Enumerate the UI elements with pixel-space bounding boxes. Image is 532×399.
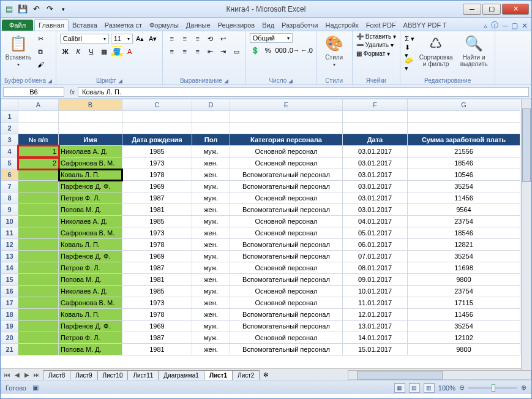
cell[interactable]: Коваль Л. П.: [59, 309, 122, 321]
format-cells-button[interactable]: ▦Формат ▾: [356, 50, 396, 57]
align-left-icon[interactable]: ≡: [167, 46, 178, 57]
cell[interactable]: муж.: [192, 181, 230, 192]
row-header-6[interactable]: 6: [1, 169, 18, 181]
sheet-tab-Лист2[interactable]: Лист2: [232, 370, 260, 380]
cell[interactable]: 35254: [408, 321, 520, 332]
cell[interactable]: Попова М. Д.: [59, 274, 122, 286]
cell[interactable]: 12102: [408, 332, 520, 344]
cell[interactable]: 1981: [122, 274, 192, 286]
sort-filter-button[interactable]: ♺ Сортировка и фильтр: [418, 33, 454, 69]
table-header[interactable]: Дата: [343, 134, 408, 146]
cell[interactable]: Петров Ф. Л.: [59, 262, 122, 274]
tab-view[interactable]: Вид: [258, 20, 278, 31]
row-header-16[interactable]: 16: [1, 286, 18, 297]
select-all-corner[interactable]: [1, 99, 18, 111]
cell[interactable]: [18, 123, 59, 134]
cell[interactable]: [192, 111, 230, 123]
undo-icon[interactable]: ↶: [30, 3, 42, 15]
cell[interactable]: 04.01.2017: [343, 216, 408, 227]
row-header-13[interactable]: 13: [1, 251, 18, 262]
cell[interactable]: Николаев А. Д.: [59, 286, 122, 297]
cell[interactable]: 07.01.2017: [343, 251, 408, 262]
cell[interactable]: Основной персонал: [230, 332, 343, 344]
cell[interactable]: [18, 274, 59, 286]
formula-input[interactable]: Коваль Л. П.: [78, 87, 529, 97]
tab-addins[interactable]: Надстройк: [321, 20, 362, 31]
cell[interactable]: Основной персонал: [230, 227, 343, 239]
row-header-12[interactable]: 12: [1, 239, 18, 251]
cell[interactable]: муж.: [192, 216, 230, 227]
cell[interactable]: 23754: [408, 286, 520, 297]
tab-insert[interactable]: Вставка: [69, 20, 101, 31]
cell[interactable]: Вспомогательный персонал: [230, 251, 343, 262]
row-header-3[interactable]: 3: [1, 134, 18, 146]
sheet-tab-Лист9[interactable]: Лист9: [70, 370, 97, 380]
minimize-button[interactable]: ─: [463, 4, 481, 15]
font-size-combo[interactable]: 11▾: [111, 34, 133, 44]
cell[interactable]: [18, 181, 59, 192]
orientation-icon[interactable]: ⟲: [205, 33, 216, 44]
worksheet-grid[interactable]: ABCDEFG123№ п/пИмяДата рожденияПолКатего…: [1, 99, 531, 368]
currency-icon[interactable]: 💲: [250, 45, 261, 56]
tab-file[interactable]: Файл: [2, 20, 33, 31]
table-header[interactable]: № п/п: [18, 134, 59, 146]
table-header[interactable]: Категория персонала: [230, 134, 343, 146]
cell[interactable]: 18546: [408, 227, 520, 239]
cell[interactable]: жен.: [192, 158, 230, 169]
cell[interactable]: 06.01.2017: [343, 239, 408, 251]
workbook-close-icon[interactable]: ✕: [522, 21, 528, 30]
row-header-11[interactable]: 11: [1, 227, 18, 239]
number-launcher-icon[interactable]: ◢: [288, 78, 293, 84]
sheet-nav-next-icon[interactable]: ▶: [23, 371, 31, 378]
minimize-ribbon-icon[interactable]: ▵: [484, 21, 487, 30]
autosum-icon[interactable]: Σ ▾: [404, 33, 415, 44]
cell[interactable]: 05.01.2017: [343, 227, 408, 239]
fill-icon[interactable]: ⬇ ▾: [404, 46, 415, 57]
cell[interactable]: 03.01.2017: [343, 169, 408, 181]
cell[interactable]: жен.: [192, 169, 230, 181]
cell[interactable]: 1981: [122, 204, 192, 216]
cell[interactable]: Сафронова В. М.: [59, 297, 122, 309]
cell[interactable]: муж.: [192, 286, 230, 297]
horizontal-scrollbar[interactable]: [348, 370, 531, 380]
cell[interactable]: Основной персонал: [230, 158, 343, 169]
tab-formulas[interactable]: Формулы: [146, 20, 182, 31]
cell[interactable]: 1973: [122, 227, 192, 239]
align-top-icon[interactable]: ≡: [167, 33, 178, 44]
cell[interactable]: жен.: [192, 274, 230, 286]
cell[interactable]: [343, 123, 408, 134]
decrease-decimal-icon[interactable]: ←.0: [301, 45, 312, 56]
tab-foxit[interactable]: Foxit PDF: [362, 20, 400, 31]
align-middle-icon[interactable]: ≡: [179, 33, 190, 44]
cell[interactable]: 03.01.2017: [343, 204, 408, 216]
merge-icon[interactable]: ▭: [231, 46, 242, 57]
cell[interactable]: [343, 111, 408, 123]
cell[interactable]: жен.: [192, 344, 230, 355]
table-header[interactable]: Имя: [59, 134, 122, 146]
view-layout-icon[interactable]: ▤: [409, 383, 420, 393]
cell[interactable]: Вспомогательный персонал: [230, 204, 343, 216]
cell[interactable]: 03.01.2017: [343, 192, 408, 204]
italic-button[interactable]: К: [73, 46, 84, 57]
cell[interactable]: 10546: [408, 169, 520, 181]
cell[interactable]: 1969: [122, 251, 192, 262]
comma-icon[interactable]: 000: [275, 45, 287, 56]
zoom-in-icon[interactable]: ⊕: [521, 384, 526, 392]
row-header-4[interactable]: 4: [1, 146, 18, 158]
cell[interactable]: жен.: [192, 227, 230, 239]
percent-icon[interactable]: %: [263, 45, 274, 56]
cell[interactable]: 1973: [122, 158, 192, 169]
tab-data[interactable]: Данные: [182, 20, 214, 31]
cell[interactable]: [18, 344, 59, 355]
view-normal-icon[interactable]: ▦: [394, 383, 405, 393]
cell[interactable]: [18, 309, 59, 321]
clear-icon[interactable]: 🧽 ▾: [404, 59, 415, 70]
cell[interactable]: [18, 251, 59, 262]
qat-more-icon[interactable]: ▾: [57, 3, 69, 15]
column-header-E[interactable]: E: [230, 99, 343, 111]
copy-icon[interactable]: ⧉: [35, 46, 46, 57]
row-header-1[interactable]: 1: [1, 111, 18, 123]
cell[interactable]: 03.01.2017: [343, 181, 408, 192]
cell[interactable]: Парфенов Д. Ф.: [59, 321, 122, 332]
cell[interactable]: 11.01.2017: [343, 297, 408, 309]
